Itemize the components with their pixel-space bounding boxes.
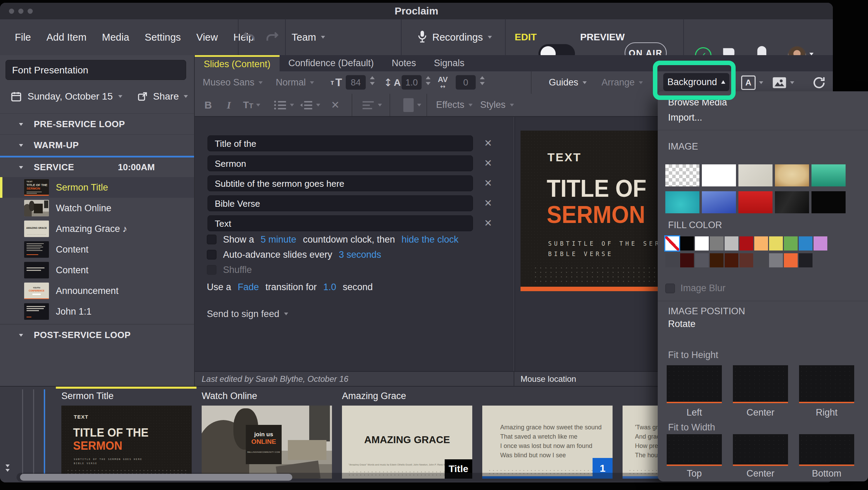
tab-slides-content[interactable]: Slides (Content) — [195, 55, 280, 71]
tab-notes[interactable]: Notes — [383, 55, 425, 71]
fill-color-swatch[interactable] — [784, 253, 798, 267]
fill-color-swatch[interactable] — [695, 253, 709, 267]
image-swatch[interactable] — [738, 164, 773, 186]
menu-add-item[interactable]: Add Item — [47, 32, 87, 43]
fill-color-swatch[interactable] — [725, 253, 738, 267]
section-warm-up[interactable]: WARM-UP — [0, 134, 194, 156]
font-size-input[interactable]: 84 — [346, 75, 366, 90]
clear-formatting-button[interactable]: ✕ — [331, 94, 340, 116]
fill-color-swatch[interactable] — [814, 236, 827, 251]
fill-color-swatch[interactable] — [799, 253, 813, 267]
expand-chevrons-icon[interactable] — [6, 465, 10, 472]
fill-color-swatch[interactable] — [739, 253, 753, 267]
send-to-sign-feed-dropdown[interactable]: Send to sign feed — [207, 309, 288, 319]
image-swatch[interactable] — [702, 164, 736, 186]
filmstrip-slide-sermon-title[interactable]: TEXT TITLE OF THE SERMON SUBTITLE OF THE… — [61, 406, 192, 479]
italic-button[interactable]: I — [227, 94, 231, 116]
image-swatch[interactable] — [811, 164, 846, 186]
service-item-amazing-grace[interactable]: AMAZING GRACE Amazing Grace ♪ — [0, 218, 194, 239]
menu-item-rotate[interactable]: Rotate — [668, 317, 696, 331]
fill-color-swatch[interactable] — [769, 253, 783, 267]
letter-spacing-input[interactable]: 0 — [456, 75, 476, 90]
service-item-content-1[interactable]: Content — [0, 239, 194, 260]
remove-field-button[interactable]: ✕ — [481, 195, 495, 211]
fill-color-swatch[interactable] — [665, 236, 679, 251]
bullet-list-button[interactable] — [273, 94, 294, 116]
text-field-title[interactable]: Title of the — [208, 135, 473, 151]
line-height-input[interactable]: 1.0 — [402, 75, 422, 90]
paragraph-style-dropdown[interactable]: Normal — [276, 71, 314, 94]
text-field-text[interactable]: Text — [208, 215, 473, 231]
tab-signals[interactable]: Signals — [425, 55, 474, 71]
fill-color-swatch[interactable] — [710, 236, 724, 251]
collapsed-section-line[interactable] — [33, 389, 34, 476]
team-menu[interactable]: Team — [292, 19, 325, 55]
fill-color-swatch[interactable] — [695, 236, 709, 251]
filmstrip-scrollbar-thumb[interactable] — [20, 474, 292, 481]
share-dropdown[interactable]: Share — [137, 82, 188, 111]
fill-color-swatch[interactable] — [769, 236, 783, 251]
collapsed-section-line[interactable] — [22, 389, 23, 476]
text-field-sermon[interactable]: Sermon — [208, 155, 473, 171]
font-size-stepper[interactable] — [370, 76, 375, 85]
service-date-dropdown[interactable]: Sunday, October 15 — [10, 82, 122, 111]
remove-field-button[interactable]: ✕ — [481, 135, 495, 151]
filmstrip-slide-verse-1[interactable]: Amazing grace how sweet the sound That s… — [482, 406, 613, 479]
effects-dropdown[interactable]: Effects — [436, 94, 473, 116]
reset-rotate-icon[interactable] — [812, 71, 826, 94]
fit-height-left-option[interactable] — [667, 365, 722, 403]
image-swatch[interactable] — [702, 191, 736, 213]
filmstrip-slide-amazing-grace-title[interactable]: AMAZING GRACE "Amazing Grace" Words and … — [342, 406, 472, 479]
undo-icon[interactable] — [241, 31, 256, 44]
text-align-button[interactable] — [362, 94, 382, 116]
remove-field-button[interactable]: ✕ — [481, 215, 495, 231]
guides-dropdown[interactable]: Guides — [549, 71, 587, 94]
hide-clock-link[interactable]: hide the clock — [402, 234, 458, 245]
fill-color-swatch[interactable] — [784, 236, 798, 251]
filmstrip-group-label[interactable]: Amazing Grace — [342, 391, 406, 401]
auto-advance-seconds-link[interactable]: 3 seconds — [339, 249, 381, 260]
fit-height-right-option[interactable] — [799, 365, 854, 403]
fill-color-swatch[interactable] — [754, 236, 768, 251]
service-item-watch-online[interactable]: Watch Online — [0, 198, 194, 218]
image-swatch[interactable] — [665, 164, 699, 186]
service-item-john-1-1[interactable]: John 1:1 — [0, 301, 194, 322]
section-service[interactable]: SERVICE 10:00AM — [0, 157, 194, 177]
fill-color-swatch[interactable] — [710, 253, 724, 267]
menu-settings[interactable]: Settings — [145, 32, 181, 43]
service-item-sermon-title[interactable]: TEXT TITLE OF THE SERMON Sermon Title — [0, 177, 194, 198]
letter-spacing-stepper[interactable] — [480, 76, 485, 85]
fit-width-bottom-option[interactable] — [799, 434, 854, 466]
image-swatch[interactable] — [775, 191, 809, 213]
menu-item-import[interactable]: Import... — [668, 109, 702, 126]
fill-color-swatch[interactable] — [665, 253, 679, 267]
fill-color-swatch[interactable] — [799, 236, 813, 251]
service-item-announcement[interactable]: YOUTH CONFERENCE Announcement — [0, 280, 194, 301]
text-color-button[interactable] — [403, 94, 421, 116]
fill-color-swatch[interactable] — [680, 236, 694, 251]
remove-field-button[interactable]: ✕ — [481, 175, 495, 191]
filmstrip-group-label[interactable]: Sermon Title — [61, 391, 114, 401]
menu-media[interactable]: Media — [102, 32, 129, 43]
countdown-checkbox[interactable] — [207, 235, 216, 244]
fill-color-swatch[interactable] — [739, 236, 753, 251]
fill-color-swatch[interactable] — [680, 253, 694, 267]
font-family-dropdown[interactable]: Museo Sans — [203, 71, 263, 94]
text-case-button[interactable]: TT — [243, 94, 260, 116]
countdown-minutes-link[interactable]: 5 minute — [261, 234, 296, 245]
transition-type-link[interactable]: Fade — [238, 282, 259, 293]
section-pre-service-loop[interactable]: PRE-SERVICE LOOP — [0, 113, 194, 135]
redo-icon[interactable] — [265, 31, 280, 44]
auto-advance-checkbox[interactable] — [207, 250, 216, 259]
arrange-dropdown[interactable]: Arrange — [602, 71, 643, 94]
fit-width-top-option[interactable] — [667, 434, 722, 466]
tab-confidence[interactable]: Confidence (Default) — [280, 55, 383, 71]
service-item-content-2[interactable]: Content — [0, 260, 194, 280]
remove-field-button[interactable]: ✕ — [481, 155, 495, 171]
fill-color-swatch[interactable] — [725, 236, 738, 251]
menu-view[interactable]: View — [196, 32, 218, 43]
image-blur-checkbox[interactable] — [665, 284, 675, 293]
bold-button[interactable]: B — [204, 94, 212, 116]
shuffle-checkbox[interactable] — [207, 265, 216, 275]
line-height-stepper[interactable] — [426, 76, 431, 85]
